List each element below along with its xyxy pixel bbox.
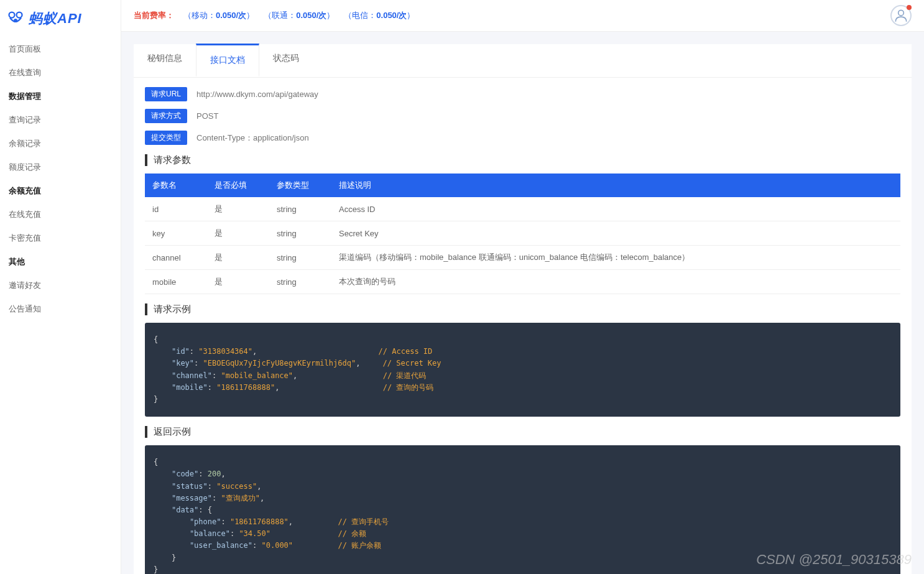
res-example-title: 返回示例 — [145, 426, 900, 438]
main-content: 当前费率： （移动：0.050/次） （联通：0.050/次） （电信：0.05… — [121, 0, 924, 574]
api-url-row: 请求URL http://www.dkym.com/api/gateway — [145, 87, 900, 101]
nav-header: 其他 — [0, 250, 121, 274]
content-card: 秘钥信息接口文档状态码 请求URL http://www.dkym.com/ap… — [134, 44, 912, 574]
nav-item[interactable]: 在线充值 — [0, 203, 121, 226]
nav-item[interactable]: 公告通知 — [0, 297, 121, 321]
table-cell: 是 — [207, 221, 269, 246]
code-line: "channel": "mobile_balance", // 渠道代码 — [154, 370, 892, 382]
code-line: "balance": "34.50" // 余额 — [154, 528, 892, 540]
logo-icon — [6, 9, 25, 28]
tab[interactable]: 秘钥信息 — [134, 44, 196, 77]
nav-item[interactable]: 首页面板 — [0, 37, 121, 61]
params-title: 请求参数 — [145, 154, 900, 166]
code-line: { — [154, 334, 892, 346]
code-line: "mobile": "18611768888", // 查询的号码 — [154, 382, 892, 394]
nav-item[interactable]: 卡密充值 — [0, 226, 121, 250]
svg-point-2 — [14, 19, 17, 22]
table-cell: 是 — [207, 270, 269, 294]
code-line: "key": "EBOEGqUx7yIjcFyU8egvKEyrmilhj6dq… — [154, 358, 892, 369]
code-line: "data": { — [154, 504, 892, 516]
rate-telecom: （电信：0.050/次） — [344, 10, 415, 21]
code-line: "id": "3138034364", // Access ID — [154, 346, 892, 358]
nav-header: 数据管理 — [0, 85, 121, 108]
table-cell: string — [269, 197, 331, 221]
table-cell: mobile — [145, 270, 207, 294]
code-line: "status": "success", — [154, 481, 892, 493]
response-code-block: { "code": 200, "status": "success", "mes… — [145, 445, 900, 574]
api-content-row: 提交类型 Content-Type：application/json — [145, 131, 900, 145]
table-row: channel是string渠道编码（移动编码：mobile_balance 联… — [145, 246, 900, 270]
table-cell: id — [145, 197, 207, 221]
code-line: "phone": "18611768888", // 查询手机号 — [154, 516, 892, 528]
code-line: { — [154, 456, 892, 468]
table-cell: channel — [145, 246, 207, 270]
table-cell: Access ID — [331, 197, 900, 221]
code-line: "user_balance": "0.000" // 账户余额 — [154, 540, 892, 552]
nav-item[interactable]: 邀请好友 — [0, 274, 121, 297]
method-badge: 请求方式 — [145, 109, 187, 123]
table-header: 是否必填 — [207, 174, 269, 197]
tab[interactable]: 状态码 — [259, 44, 313, 77]
code-line: } — [154, 552, 892, 564]
table-cell: string — [269, 246, 331, 270]
table-header: 参数类型 — [269, 174, 331, 197]
table-cell: Secret Key — [331, 221, 900, 246]
table-cell: 是 — [207, 197, 269, 221]
rates-bar: 当前费率： （移动：0.050/次） （联通：0.050/次） （电信：0.05… — [134, 10, 415, 21]
code-line: } — [154, 564, 892, 574]
tab-bar: 秘钥信息接口文档状态码 — [134, 44, 912, 78]
nav-item[interactable]: 额度记录 — [0, 155, 121, 179]
user-avatar[interactable] — [890, 5, 912, 26]
table-row: mobile是string本次查询的号码 — [145, 270, 900, 294]
nav-item[interactable]: 在线查询 — [0, 61, 121, 85]
svg-point-3 — [899, 10, 904, 16]
brand-name: 蚂蚁API — [29, 9, 82, 28]
request-code-block: { "id": "3138034364", // Access ID "key"… — [145, 323, 900, 417]
rate-unicom: （联通：0.050/次） — [264, 10, 335, 21]
table-cell: 本次查询的号码 — [331, 270, 900, 294]
sidebar: 蚂蚁API 首页面板在线查询数据管理查询记录余额记录额度记录余额充值在线充值卡密… — [0, 0, 121, 574]
method-value: POST — [196, 111, 218, 121]
code-line: "code": 200, — [154, 468, 892, 480]
rate-mobile: （移动：0.050/次） — [183, 10, 254, 21]
url-badge: 请求URL — [145, 87, 187, 101]
code-line: } — [154, 394, 892, 405]
table-cell: string — [269, 270, 331, 294]
table-cell: key — [145, 221, 207, 246]
table-header: 描述说明 — [331, 174, 900, 197]
table-row: key是stringSecret Key — [145, 221, 900, 246]
svg-point-1 — [17, 12, 22, 18]
api-method-row: 请求方式 POST — [145, 109, 900, 123]
table-header: 参数名 — [145, 174, 207, 197]
table-cell: 渠道编码（移动编码：mobile_balance 联通编码：unicom_bal… — [331, 246, 900, 270]
logo[interactable]: 蚂蚁API — [0, 0, 121, 37]
params-table: 参数名是否必填参数类型描述说明 id是stringAccess IDkey是st… — [145, 174, 900, 294]
topbar: 当前费率： （移动：0.050/次） （联通：0.050/次） （电信：0.05… — [121, 0, 924, 32]
notification-dot — [907, 5, 912, 10]
rates-label: 当前费率： — [134, 10, 174, 21]
tab-content: 请求URL http://www.dkym.com/api/gateway 请求… — [134, 78, 912, 574]
content-value: Content-Type：application/json — [196, 132, 309, 144]
svg-point-0 — [9, 12, 15, 18]
nav-menu: 首页面板在线查询数据管理查询记录余额记录额度记录余额充值在线充值卡密充值其他邀请… — [0, 37, 121, 321]
table-cell: 是 — [207, 246, 269, 270]
tab[interactable]: 接口文档 — [196, 44, 259, 77]
content-badge: 提交类型 — [145, 131, 187, 145]
code-line: "message": "查询成功", — [154, 493, 892, 504]
req-example-title: 请求示例 — [145, 303, 900, 315]
nav-header: 余额充值 — [0, 179, 121, 203]
url-value: http://www.dkym.com/api/gateway — [196, 90, 318, 99]
nav-item[interactable]: 余额记录 — [0, 132, 121, 155]
table-row: id是stringAccess ID — [145, 197, 900, 221]
table-cell: string — [269, 221, 331, 246]
nav-item[interactable]: 查询记录 — [0, 108, 121, 132]
